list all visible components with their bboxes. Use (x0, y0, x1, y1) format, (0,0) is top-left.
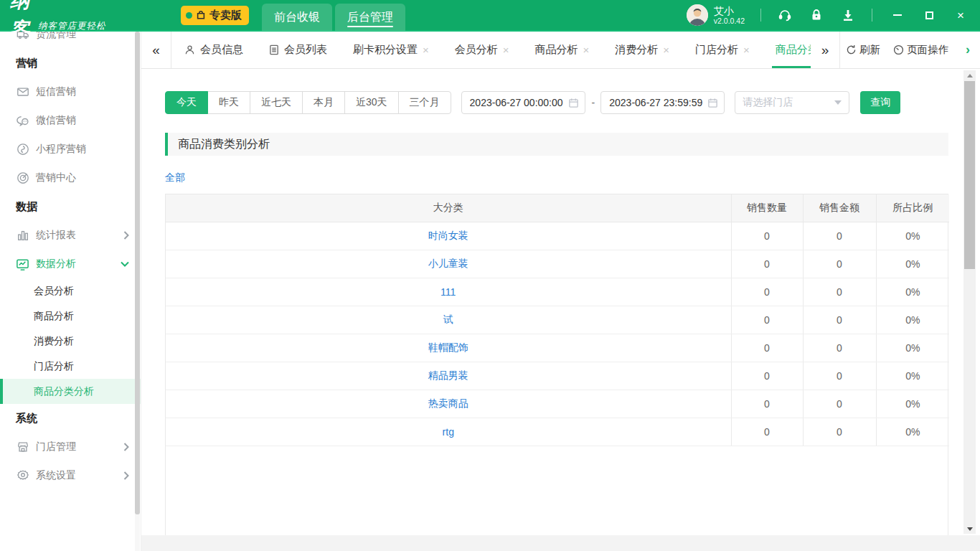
tab-close-icon[interactable]: × (663, 44, 669, 56)
sidebar-subitem-member-analysis[interactable]: 会员分析 (0, 278, 141, 303)
page-bottom-strip (141, 535, 980, 551)
download-icon[interactable] (840, 7, 856, 23)
user-chip[interactable]: 艾小 v2.0.0.42 (687, 4, 745, 26)
tools-more-icon[interactable]: › (961, 42, 974, 57)
open-tabs: 会员信息 会员列表 刷卡积分设置 × 会员分析 × 商品分析 × 消费分析 × (171, 32, 811, 68)
search-button[interactable]: 查询 (860, 91, 900, 114)
tab-close-icon[interactable]: × (423, 44, 429, 56)
minimize-icon[interactable] (891, 9, 904, 22)
sidebar-item-miniapp-marketing[interactable]: 小程序营销 (0, 135, 141, 164)
range-last30days-button[interactable]: 近30天 (344, 91, 399, 114)
start-date-input[interactable] (470, 97, 568, 108)
category-link[interactable]: 试 (443, 314, 453, 325)
sales-qty-cell: 0 (731, 362, 803, 390)
range-thismonth-button[interactable]: 本月 (302, 91, 345, 114)
category-all-link[interactable]: 全部 (165, 171, 185, 184)
avatar (687, 4, 708, 26)
truck-icon (16, 32, 29, 42)
front-cashier-button[interactable]: 前台收银 (262, 4, 332, 31)
tab-card-points-settings[interactable]: 刷卡积分设置 × (342, 32, 440, 68)
section-accent-bar (165, 133, 168, 156)
sidebar-scrollbar[interactable] (135, 32, 140, 551)
category-link[interactable]: 小儿童装 (428, 258, 468, 269)
backend-manage-button[interactable]: 后台管理 (335, 4, 405, 31)
sidebar-item-sms-marketing[interactable]: 短信营销 (0, 77, 141, 106)
range-last7days-button[interactable]: 近七天 (250, 91, 303, 114)
tab-close-icon[interactable]: × (503, 44, 509, 56)
table-row: 111 0 0 0% (166, 278, 949, 306)
scrollbar-thumb[interactable] (964, 81, 975, 269)
sidebar-scrollbar-thumb[interactable] (135, 32, 140, 514)
end-date-picker[interactable] (600, 91, 725, 114)
start-date-picker[interactable] (461, 91, 585, 114)
tab-category-analysis[interactable]: 商品分类分析 × (765, 32, 811, 68)
category-link[interactable]: 热卖商品 (428, 397, 468, 409)
page-operations-button[interactable]: 页面操作 (893, 43, 948, 57)
user-meta: 艾小 v2.0.0.42 (714, 5, 745, 25)
lock-icon[interactable] (809, 7, 824, 23)
tab-member-list[interactable]: 会员列表 (258, 32, 338, 68)
sidebar-subitem-store-analysis[interactable]: 门店分析 (0, 354, 141, 379)
store-select-placeholder: 请选择门店 (743, 96, 793, 109)
tab-product-analysis[interactable]: 商品分析 × (524, 32, 600, 68)
tab-tools: 刷新 页面操作 › (839, 32, 980, 68)
sidebar-item-statistics-reports[interactable]: 统计报表 (0, 221, 141, 250)
category-link[interactable]: 111 (440, 286, 456, 298)
col-header-ratio: 所占比例 (876, 194, 949, 222)
table-row: 热卖商品 0 0 0% (166, 390, 949, 418)
tab-member-analysis[interactable]: 会员分析 × (444, 32, 520, 68)
tab-store-analysis[interactable]: 门店分析 × (684, 32, 760, 68)
sidebar-item-wechat-marketing[interactable]: 微信营销 (0, 106, 141, 135)
range-today-button[interactable]: 今天 (165, 91, 208, 114)
scroll-down-icon[interactable] (963, 524, 976, 534)
sales-amount-cell: 0 (803, 418, 876, 446)
category-link[interactable]: 时尚女装 (428, 230, 468, 241)
tab-close-icon[interactable]: × (743, 44, 750, 56)
tab-close-icon[interactable]: × (583, 44, 590, 56)
calendar-icon[interactable] (568, 98, 579, 108)
range-threemonths-button[interactable]: 三个月 (398, 91, 451, 114)
edition-badge: 专卖版 (181, 6, 249, 25)
store-select[interactable]: 请选择门店 (735, 91, 849, 114)
page-operations-label: 页面操作 (907, 43, 948, 57)
end-date-input[interactable] (609, 97, 707, 108)
sales-qty-cell: 0 (731, 390, 803, 418)
calendar-icon[interactable] (707, 98, 718, 108)
tab-consume-analysis[interactable]: 消费分析 × (604, 32, 680, 68)
edition-badge-label: 专卖版 (209, 9, 242, 22)
maximize-icon[interactable] (923, 9, 936, 22)
sidebar-item-system-settings[interactable]: 系统设置 (0, 461, 141, 490)
sales-qty-cell: 0 (731, 278, 803, 306)
customer-service-icon[interactable] (777, 7, 793, 23)
refresh-button[interactable]: 刷新 (846, 43, 880, 57)
range-yesterday-button[interactable]: 昨天 (207, 91, 250, 114)
wechat-icon (16, 114, 29, 128)
window-controls: × (891, 9, 967, 22)
sidebar-item-marketing-center[interactable]: 营销中心 (0, 164, 141, 192)
sidebar-item-store-management[interactable]: 门店管理 (0, 433, 141, 461)
sidebar-subitem-product-analysis[interactable]: 商品分析 (0, 303, 141, 329)
date-range-separator: - (592, 97, 595, 108)
sales-amount-cell: 0 (803, 278, 876, 306)
ratio-cell: 0% (876, 362, 949, 390)
tab-member-info[interactable]: 会员信息 (174, 32, 254, 68)
sales-qty-cell: 0 (731, 306, 803, 334)
sidebar-subitem-category-analysis[interactable]: 商品分类分析 (0, 379, 141, 404)
ratio-cell: 0% (876, 390, 949, 418)
category-link[interactable]: 鞋帽配饰 (428, 342, 468, 353)
scroll-up-icon[interactable] (963, 70, 976, 80)
sidebar-item-label: 数据分析 (36, 258, 76, 270)
section-header: 商品消费类别分析 (165, 133, 948, 156)
close-icon[interactable]: × (954, 9, 967, 22)
sidebar-item-data-analysis[interactable]: 数据分析 (0, 250, 141, 278)
category-link[interactable]: rtg (443, 426, 454, 438)
vertical-scrollbar[interactable] (963, 70, 976, 534)
tabs-expand-icon[interactable]: » (811, 32, 839, 68)
sidebar-subitem-consume-analysis[interactable]: 消费分析 (0, 329, 141, 354)
shopping-bag-icon (196, 10, 206, 20)
ratio-cell: 0% (876, 306, 949, 334)
tabs-collapse-icon[interactable]: « (141, 32, 171, 68)
sidebar-item-logistics[interactable]: 货流管理 (0, 32, 141, 49)
col-header-sales-qty: 销售数量 (731, 194, 803, 222)
category-link[interactable]: 精品男装 (428, 369, 468, 381)
